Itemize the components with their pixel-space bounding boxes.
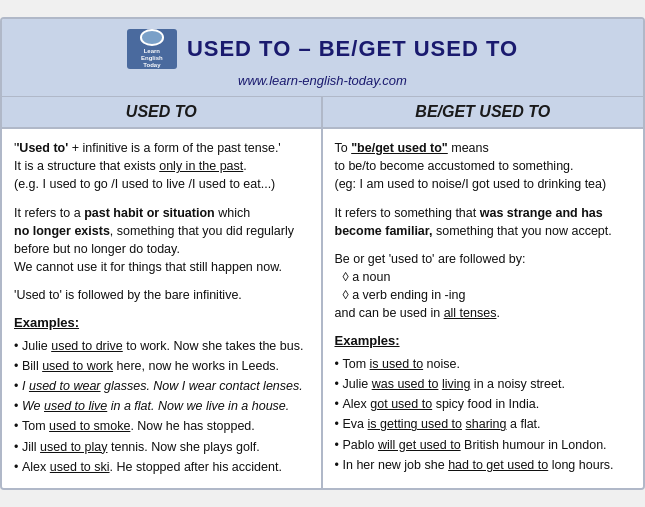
list-item: Bill used to work here, now he works in …	[14, 357, 309, 375]
right-column: To "be/get used to" means to be/to becom…	[323, 129, 644, 488]
logo-text: LearnEnglishToday	[141, 48, 163, 70]
list-item: Eva is getting used to sharing a flat.	[335, 415, 632, 433]
diamond1: ◊ a noun	[343, 270, 391, 284]
col-header-right: BE/GET USED TO	[323, 97, 644, 127]
list-item: Pablo will get used to British humour in…	[335, 436, 632, 454]
right-examples-list: Tom is used to noise. Julie was used to …	[335, 355, 632, 474]
list-item: I used to wear glasses. Now I wear conta…	[14, 377, 309, 395]
right-examples-header: Examples:	[335, 332, 632, 351]
left-examples-list: Julie used to drive to work. Now she tak…	[14, 337, 309, 476]
list-item: Tom used to smoke. Now he has stopped.	[14, 417, 309, 435]
header-top: LearnEnglishToday USED TO – BE/GET USED …	[10, 29, 635, 69]
left-para2: It refers to a past habit or situation w…	[14, 204, 309, 277]
right-para2: It refers to something that was strange …	[335, 204, 632, 240]
list-item: In her new job she had to get used to lo…	[335, 456, 632, 474]
right-para3: Be or get 'used to' are followed by: ◊ a…	[335, 250, 632, 323]
left-para1: ''Used to' + infinitive is a form of the…	[14, 139, 309, 193]
logo: LearnEnglishToday	[127, 29, 177, 69]
page-title: USED TO – BE/GET USED TO	[187, 36, 518, 62]
col-header-left: USED TO	[2, 97, 323, 127]
list-item: Jill used to play tennis. Now she plays …	[14, 438, 309, 456]
list-item: Tom is used to noise.	[335, 355, 632, 373]
left-para3: 'Used to' is followed by the bare infini…	[14, 286, 309, 304]
diamond2: ◊ a verb ending in -ing	[343, 288, 466, 302]
right-para1: To "be/get used to" means to be/to becom…	[335, 139, 632, 193]
list-item: We used to live in a flat. Now we live i…	[14, 397, 309, 415]
main-card: LearnEnglishToday USED TO – BE/GET USED …	[0, 17, 645, 490]
header: LearnEnglishToday USED TO – BE/GET USED …	[2, 19, 643, 97]
column-headers: USED TO BE/GET USED TO	[2, 97, 643, 129]
list-item: Alex used to ski. He stopped after his a…	[14, 458, 309, 476]
left-examples-header: Examples:	[14, 314, 309, 333]
list-item: Julie used to drive to work. Now she tak…	[14, 337, 309, 355]
content-area: ''Used to' + infinitive is a form of the…	[2, 129, 643, 488]
list-item: Julie was used to living in a noisy stre…	[335, 375, 632, 393]
website-url: www.learn-english-today.com	[10, 73, 635, 92]
left-column: ''Used to' + infinitive is a form of the…	[2, 129, 323, 488]
list-item: Alex got used to spicy food in India.	[335, 395, 632, 413]
logo-globe	[140, 29, 164, 45]
